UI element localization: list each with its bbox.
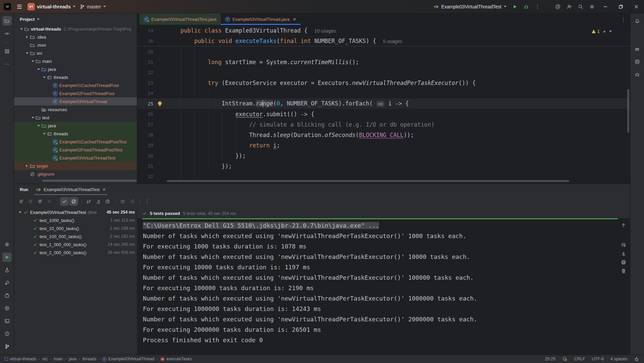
editor-vertical-scrollbar[interactable] (627, 89, 629, 133)
ai-assistant-button[interactable]: @ (552, 1, 564, 12)
chevron-down-icon[interactable] (19, 212, 21, 213)
show-ignored-button[interactable] (69, 197, 78, 206)
code-line-22[interactable]: 22 (137, 67, 630, 78)
test-suite-row[interactable]: Example03VirtualThreadTest(thre45 sec 25… (14, 208, 137, 216)
caret-position[interactable]: 25:25 (545, 357, 555, 361)
minimize-button[interactable] (598, 0, 613, 13)
project-tree-item--gitignore[interactable]: .gitignore (14, 170, 137, 178)
more-horizontal-icon[interactable]: ⋯ (2, 59, 12, 69)
chevron-down-icon[interactable] (36, 125, 41, 127)
chevron-right-icon[interactable] (24, 165, 30, 167)
project-tree-item-test[interactable]: test (14, 114, 137, 122)
scroll-up-button[interactable] (620, 221, 627, 230)
editor-horizontal-scrollbar[interactable] (167, 180, 569, 182)
intention-bulb-icon[interactable] (155, 98, 167, 109)
show-passed-button[interactable] (60, 197, 69, 206)
rerun-failed-button[interactable] (26, 197, 35, 206)
code-line-26[interactable]: 26 executor.submit(() -> { (137, 109, 630, 119)
previous-problem-button[interactable] (603, 31, 606, 32)
rerun-button[interactable] (17, 197, 25, 206)
editor-tab-example03virtualthreadtest-java[interactable]: CExample03VirtualThreadTest.java (140, 13, 221, 25)
project-tree-item-resources[interactable]: resources (14, 105, 137, 114)
run-icon[interactable] (2, 253, 12, 262)
code-line-23[interactable]: 23 try (ExecutorService executor = Execu… (137, 78, 630, 88)
search-everywhere-button[interactable] (575, 1, 586, 12)
close-icon[interactable]: ✕ (102, 187, 106, 192)
build-icon[interactable] (2, 278, 12, 287)
commit-icon[interactable] (2, 29, 12, 38)
run-configuration-selector[interactable]: Example03VirtualThreadTest (433, 4, 506, 9)
chevron-down-icon[interactable] (24, 52, 30, 54)
code-line-21[interactable]: 21 long startTime = System.currentTimeMi… (137, 57, 630, 67)
breadcrumb-item[interactable]: java (69, 357, 76, 361)
debug-button[interactable] (521, 1, 532, 12)
more-actions-button[interactable]: ⋮ (532, 1, 543, 12)
inspections-widget[interactable]: 1 (592, 29, 612, 34)
project-tree-item-java[interactable]: java (14, 65, 137, 73)
code-line-24[interactable]: 24 (137, 88, 630, 98)
test-item-row[interactable]: test_10_000_tasks()1 sec 199 ms (14, 224, 137, 232)
test-item-row[interactable]: test_1_000_000_tasks()14 sec 245 ms (14, 240, 137, 248)
code-viewport[interactable]: 2021 long startTime = System.currentTime… (137, 46, 630, 182)
chevron-down-icon[interactable] (30, 60, 35, 62)
code-line-30[interactable]: 30 }); (137, 150, 630, 161)
problems-icon[interactable] (2, 329, 12, 338)
project-tree-item-example02fixedthreadpool[interactable]: CExample02FixedThreadPool (14, 89, 137, 97)
code-line-28[interactable]: 28 Thread.sleep(Duration.ofSeconds(BLOCK… (137, 130, 630, 140)
test-item-row[interactable]: test_100_000_tasks()2 sec 192 ms (14, 232, 137, 240)
flask-icon[interactable] (2, 265, 12, 275)
test-item-row[interactable]: test_2_000_000_tasks()26 sec 505 ms (14, 248, 137, 257)
console-output[interactable]: "C:\Users\Entrox Dell G15 5510\.jdks\jbr… (138, 220, 620, 355)
project-tree-item-java[interactable]: java (14, 122, 137, 130)
history-button[interactable] (103, 197, 112, 206)
terminal-icon[interactable] (2, 316, 12, 326)
gear-icon[interactable] (2, 240, 12, 249)
run-tab[interactable]: Example03VirtualThreadTest ✕ (36, 184, 106, 195)
sort-duration-button[interactable] (85, 197, 93, 206)
breadcrumb-item[interactable]: CExample03VirtualThread (102, 357, 154, 361)
project-folder-icon[interactable] (2, 16, 12, 26)
version-control-icon[interactable] (2, 342, 12, 351)
chevron-down-icon[interactable] (42, 77, 47, 78)
project-tree-item-threads[interactable]: threads (14, 73, 137, 81)
breadcrumb-item[interactable]: virtual-threads (5, 357, 36, 361)
project-tree-item-src[interactable]: src (14, 49, 137, 57)
code-line-29[interactable]: 29 return i; (137, 140, 630, 150)
chevron-down-icon[interactable] (30, 117, 35, 119)
project-tree-item-main[interactable]: main (14, 57, 137, 65)
run-button[interactable] (509, 1, 521, 12)
maven-icon[interactable]: m (633, 44, 642, 54)
indent-indicator[interactable]: 4 spaces (610, 357, 627, 361)
breadcrumb-item[interactable]: threads (83, 357, 97, 361)
project-tree-item-example01cachedthreadpooltest[interactable]: CExample01CachedThreadPoolTest (14, 138, 137, 146)
clear-all-button[interactable] (620, 267, 627, 275)
project-tree-item--idea[interactable]: .idea (14, 33, 137, 41)
restore-button[interactable] (613, 0, 629, 13)
project-tree-item-threads[interactable]: threads (14, 130, 137, 138)
notifications-icon[interactable] (633, 16, 642, 26)
code-with-me-button[interactable] (564, 1, 575, 12)
dependencies-icon[interactable] (633, 70, 642, 79)
chevron-down-icon[interactable] (42, 133, 47, 135)
structure-icon[interactable] (2, 47, 12, 56)
stop-button[interactable] (45, 197, 54, 206)
services-icon[interactable] (2, 304, 12, 313)
rerun-auto-button[interactable] (36, 197, 44, 206)
code-line-31[interactable]: 31 }); (137, 161, 630, 171)
project-tree-item-example03virtualthreadtest[interactable]: CExample03VirtualThreadTest (14, 154, 137, 162)
project-horizontal-scrollbar[interactable] (42, 180, 137, 182)
project-tree-item-example03virtualthread[interactable]: CExample03VirtualThread (14, 97, 137, 105)
next-problem-button[interactable] (609, 31, 612, 32)
close-button[interactable] (629, 0, 644, 13)
breadcrumb-item[interactable]: mexecuteTasks (160, 357, 192, 361)
project-tree-item-virtual-threads[interactable]: virtual-threadsC:\Programiranje\Primeri-… (14, 25, 137, 33)
project-panel-header[interactable]: Project (14, 13, 137, 25)
import-tests-button[interactable] (128, 197, 137, 206)
plugins-icon[interactable] (2, 291, 12, 300)
close-icon[interactable]: ✕ (292, 17, 296, 22)
code-line-20[interactable]: 20 (137, 46, 630, 57)
breadcrumb-item[interactable]: main (54, 357, 63, 361)
screenshot-button[interactable] (118, 197, 127, 206)
code-line-27[interactable]: 27 // simulate a blicking call (e.g. I/O… (137, 119, 630, 130)
code-line-16[interactable]: 16 public void executeTasks(final int NU… (137, 36, 630, 46)
